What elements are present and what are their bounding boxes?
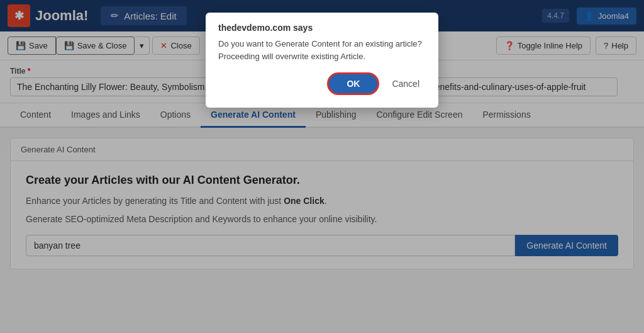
modal-footer: OK Cancel — [218, 72, 426, 95]
modal-body: Do you want to Generate Content for an e… — [218, 38, 426, 62]
modal-overlay: thedevdemo.com says Do you want to Gener… — [0, 0, 644, 279]
modal-ok-button[interactable]: OK — [327, 72, 379, 95]
modal-dialog: thedevdemo.com says Do you want to Gener… — [206, 13, 438, 108]
modal-cancel-button[interactable]: Cancel — [386, 72, 426, 95]
modal-title: thedevdemo.com says — [218, 23, 426, 33]
